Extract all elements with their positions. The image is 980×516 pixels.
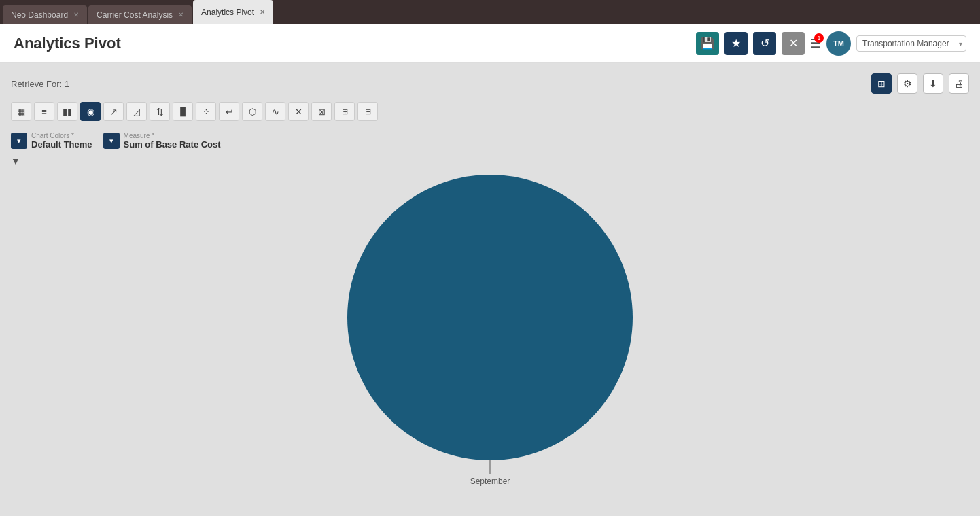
svg-point-0 (347, 175, 633, 460)
curve-icon: ∿ (272, 107, 279, 117)
chart-colors-value: Default Theme (31, 139, 92, 150)
user-role-selector[interactable]: Transportation Manager (856, 35, 966, 52)
chart-colors-label: Chart Colors * (31, 132, 92, 139)
pie-label-line (489, 460, 491, 474)
tab-label: Neo Dashboard (11, 10, 68, 20)
chart-type-column[interactable]: ▐▌ (173, 102, 193, 121)
retrieve-text: Retrieve For: 1 (11, 79, 69, 89)
multi-icon: ⊞ (342, 107, 348, 116)
column-icon: ▐▌ (177, 107, 188, 116)
tab-analytics-pivot[interactable]: Analytics Pivot ✕ (193, 0, 273, 24)
content-area: Retrieve For: 1 ⊞ ⚙ ⬇ 🖨 ▦ ≡ ▮▮ ◉ ↗ ◿ (0, 63, 980, 516)
header-actions: 💾 ★ ↺ ✕ ☰ 1 TM Transportation Manager (696, 31, 966, 56)
line-icon: ↗ (110, 107, 118, 117)
bar-icon: ▮▮ (63, 107, 72, 117)
x2chart-icon: ⊠ (318, 107, 326, 117)
chart-type-sort[interactable]: ⇅ (150, 102, 170, 121)
chart-type-network[interactable]: ⬡ (242, 102, 262, 121)
user-role-select[interactable]: Transportation Manager (856, 35, 966, 52)
chart-type-area[interactable]: ◿ (126, 102, 147, 121)
chart-type-xchart[interactable]: ✕ (288, 102, 309, 121)
export-button[interactable]: ⬇ (923, 73, 943, 94)
xchart-icon: ✕ (295, 107, 302, 117)
retrieve-bar: Retrieve For: 1 ⊞ ⚙ ⬇ 🖨 (11, 73, 969, 94)
chart-type-scatter[interactable]: ⁘ (196, 102, 216, 121)
chart-type-line[interactable]: ↗ (103, 102, 124, 121)
measure-toggle[interactable]: ▾ (103, 133, 120, 149)
chart-colors-label-group: Chart Colors * Default Theme (31, 132, 92, 150)
measure-group: ▾ Measure * Sum of Base Rate Cost (103, 132, 221, 150)
tab-close-analytics-pivot[interactable]: ✕ (260, 9, 265, 16)
chart-colors-toggle[interactable]: ▾ (11, 133, 27, 149)
tab-label: Analytics Pivot (201, 7, 254, 17)
chart-type-combo[interactable]: ↩ (219, 102, 239, 121)
network-icon: ⬡ (249, 107, 256, 117)
toolbar-right: ⊞ ⚙ ⬇ 🖨 (871, 73, 969, 94)
measure-label: Measure * (124, 132, 221, 139)
pie-chart-container: September (347, 175, 633, 486)
avatar: TM (826, 31, 851, 56)
dropdowns-row: ▾ Chart Colors * Default Theme ▾ Measure… (11, 132, 969, 150)
tab-bar: Neo Dashboard ✕ Carrier Cost Analysis ✕ … (0, 0, 980, 24)
grid-icon: ⊟ (365, 107, 371, 116)
chart-toolbar: ▦ ≡ ▮▮ ◉ ↗ ◿ ⇅ ▐▌ ⁘ ↩ ⬡ (11, 102, 969, 121)
tab-label: Carrier Cost Analysis (97, 10, 173, 20)
scatter-icon: ⁘ (203, 107, 210, 117)
filter-view-button[interactable]: ⊞ (871, 73, 892, 94)
save-button[interactable]: 💾 (696, 32, 719, 55)
tab-neo-dashboard[interactable]: Neo Dashboard ✕ (3, 5, 87, 24)
sort-icon: ⇅ (156, 107, 164, 117)
chart-colors-group: ▾ Chart Colors * Default Theme (11, 132, 92, 150)
tab-close-neo-dashboard[interactable]: ✕ (73, 12, 79, 18)
print-button[interactable]: 🖨 (949, 73, 969, 94)
combo-icon: ↩ (226, 107, 233, 117)
settings-button[interactable]: ⚙ (897, 73, 917, 94)
tab-carrier-cost-analysis[interactable]: Carrier Cost Analysis ✕ (88, 5, 192, 24)
chart-type-curve[interactable]: ∿ (265, 102, 285, 121)
pie-icon: ◉ (87, 107, 94, 117)
measure-label-group: Measure * Sum of Base Rate Cost (124, 132, 221, 150)
retrieve-value: 1 (65, 79, 69, 89)
menu-button[interactable]: ☰ 1 (810, 36, 821, 51)
chart-type-pie[interactable]: ◉ (80, 102, 101, 121)
area-icon: ◿ (133, 107, 140, 117)
chart-type-table[interactable]: ▦ (11, 102, 31, 121)
table-icon: ▦ (17, 107, 25, 117)
close-button[interactable]: ✕ (782, 32, 805, 55)
list-icon: ≡ (41, 107, 47, 117)
pie-chart-svg (347, 175, 633, 460)
chart-type-grid[interactable]: ⊟ (357, 102, 378, 121)
notification-badge: 1 (814, 33, 824, 43)
page-title: Analytics Pivot (14, 35, 121, 52)
refresh-button[interactable]: ↺ (753, 32, 776, 55)
header: Analytics Pivot 💾 ★ ↺ ✕ ☰ 1 TM Transport… (0, 24, 980, 63)
chart-type-list[interactable]: ≡ (34, 102, 54, 121)
pie-label-area: September (470, 460, 510, 486)
chart-type-x2chart[interactable]: ⊠ (311, 102, 332, 121)
star-button[interactable]: ★ (724, 32, 748, 55)
pie-chart-label: September (470, 477, 510, 486)
measure-value: Sum of Base Rate Cost (124, 139, 221, 150)
tab-close-carrier-cost-analysis[interactable]: ✕ (178, 12, 183, 18)
avatar-initials: TM (833, 39, 844, 48)
chart-type-bar[interactable]: ▮▮ (57, 102, 77, 121)
chart-type-multi[interactable]: ⊞ (334, 102, 355, 121)
pie-chart-area: September (0, 158, 980, 502)
